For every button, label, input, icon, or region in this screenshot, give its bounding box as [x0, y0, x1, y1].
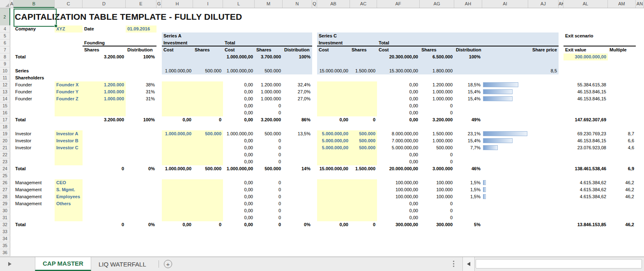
cell-AB24[interactable]: 15.000.000,00	[317, 165, 350, 172]
cell-I36[interactable]	[193, 249, 223, 256]
cell-AL11[interactable]	[564, 74, 608, 81]
cell-A8[interactable]	[10, 53, 14, 60]
cell-I33[interactable]	[193, 228, 223, 235]
cell-AF21[interactable]: 5.000.000,00	[377, 144, 420, 151]
cell-AH29[interactable]	[454, 200, 482, 207]
cell-AM18[interactable]	[608, 123, 636, 130]
cell-AF30[interactable]: 0,00	[377, 207, 420, 214]
row-header-34[interactable]: 34	[0, 235, 10, 242]
cell-I6[interactable]	[193, 39, 223, 46]
cell-AC17[interactable]: 0	[350, 116, 377, 123]
cell-H28[interactable]	[162, 193, 193, 200]
column-header-AB[interactable]: AB	[317, 0, 350, 8]
cell-AH10[interactable]	[454, 67, 482, 74]
cell-AK35[interactable]	[559, 242, 564, 249]
cell-I8[interactable]	[193, 53, 223, 60]
cell-Q9[interactable]	[312, 60, 317, 67]
cell-G29[interactable]	[156, 200, 162, 207]
cell-C7[interactable]	[55, 46, 83, 53]
cell-AB16[interactable]	[317, 109, 350, 116]
cell-AM24[interactable]: 6,9	[608, 165, 636, 172]
cell-L34[interactable]	[223, 235, 255, 242]
cell-AJ12[interactable]	[528, 81, 559, 88]
cell-AB21[interactable]: 5.000.000,00	[317, 144, 350, 151]
cell-D22[interactable]	[83, 151, 126, 158]
row-header-16[interactable]: 16	[0, 109, 10, 116]
cell-AJ9[interactable]	[528, 60, 559, 67]
cell-B4[interactable]: Company	[14, 25, 55, 32]
cell-AJ34[interactable]	[528, 235, 559, 242]
cell-D11[interactable]	[83, 74, 126, 81]
cell-AG5[interactable]	[420, 32, 454, 39]
cell-C32[interactable]	[55, 221, 83, 228]
cell-B28[interactable]: Management	[14, 193, 55, 200]
cell-L14[interactable]: 0,00	[223, 95, 255, 102]
cell-L13[interactable]: 0,00	[223, 88, 255, 95]
cell-AB28[interactable]	[317, 193, 350, 200]
cell-L36[interactable]	[223, 249, 255, 256]
cell-AI17[interactable]	[482, 116, 528, 123]
cell-AB36[interactable]	[317, 249, 350, 256]
cell-AG23[interactable]: 0	[420, 158, 454, 165]
cell-B14[interactable]: Founder	[14, 95, 55, 102]
cell-I26[interactable]	[193, 179, 223, 186]
cell-D21[interactable]	[83, 144, 126, 151]
cell-E33[interactable]	[126, 228, 156, 235]
cell-AH36[interactable]	[454, 249, 482, 256]
cell-AB14[interactable]	[317, 95, 350, 102]
cell-AN5[interactable]	[636, 32, 644, 39]
cell-AJ19[interactable]	[528, 130, 559, 137]
cell-A32[interactable]	[10, 221, 14, 228]
cell-AN6[interactable]	[636, 39, 644, 46]
cell-M26[interactable]: 0	[255, 179, 283, 186]
cell-D8[interactable]: 3.200.000	[83, 53, 126, 60]
cell-H23[interactable]	[162, 158, 193, 165]
cell-B20[interactable]: Investor	[14, 137, 55, 144]
cell-AH17[interactable]: 49%	[454, 116, 482, 123]
cell-H35[interactable]	[162, 242, 193, 249]
cell-Q21[interactable]	[312, 144, 317, 151]
row-header-21[interactable]: 21	[0, 144, 10, 151]
cell-AB27[interactable]	[317, 186, 350, 193]
cell-AK25[interactable]	[559, 172, 564, 179]
cell-AN26[interactable]	[636, 179, 644, 186]
cell-E28[interactable]	[126, 193, 156, 200]
cell-AC15[interactable]	[350, 102, 377, 109]
cell-AJ5[interactable]	[528, 32, 559, 39]
cell-D17[interactable]: 3.200.000	[83, 116, 126, 123]
cell-H13[interactable]	[162, 88, 193, 95]
cell-AG18[interactable]	[420, 123, 454, 130]
cell-AF20[interactable]: 7.000.000,00	[377, 137, 420, 144]
cell-L4[interactable]	[223, 25, 255, 32]
cell-L32[interactable]: 0,00	[223, 221, 255, 228]
row-header-25[interactable]: 25	[0, 172, 10, 179]
cell-E22[interactable]	[126, 151, 156, 158]
cell-M24[interactable]: 500.000	[255, 165, 283, 172]
cell-AF13[interactable]: 0,00	[377, 88, 420, 95]
cell-AC34[interactable]	[350, 235, 377, 242]
cell-I20[interactable]	[193, 137, 223, 144]
column-header-AG[interactable]: AG	[420, 0, 454, 8]
cell-C12[interactable]: Founder X	[55, 81, 83, 88]
cell-AK12[interactable]	[559, 81, 564, 88]
cell-AL26[interactable]: 4.615.384,62	[564, 179, 608, 186]
row-header-7[interactable]: 7	[0, 46, 10, 53]
cell-I30[interactable]	[193, 207, 223, 214]
cell-B29[interactable]: Management	[14, 200, 55, 207]
cell-Q8[interactable]	[312, 53, 317, 60]
cell-G15[interactable]	[156, 102, 162, 109]
cell-AH35[interactable]	[454, 242, 482, 249]
cell-H8[interactable]	[162, 53, 193, 60]
cell-AF17[interactable]: 0,00	[377, 116, 420, 123]
cell-M7[interactable]: Shares	[255, 46, 283, 53]
cell-Q23[interactable]	[312, 158, 317, 165]
cell-AJ32[interactable]	[528, 221, 559, 228]
cell-AN15[interactable]	[636, 102, 644, 109]
cell-M28[interactable]: 0	[255, 193, 283, 200]
cell-AM8[interactable]	[608, 53, 636, 60]
cell-AI12[interactable]	[482, 81, 528, 88]
row-header-6[interactable]: 6	[0, 39, 10, 46]
cell-AJ29[interactable]	[528, 200, 559, 207]
cell-H22[interactable]	[162, 151, 193, 158]
cell-AC4[interactable]	[350, 25, 377, 32]
